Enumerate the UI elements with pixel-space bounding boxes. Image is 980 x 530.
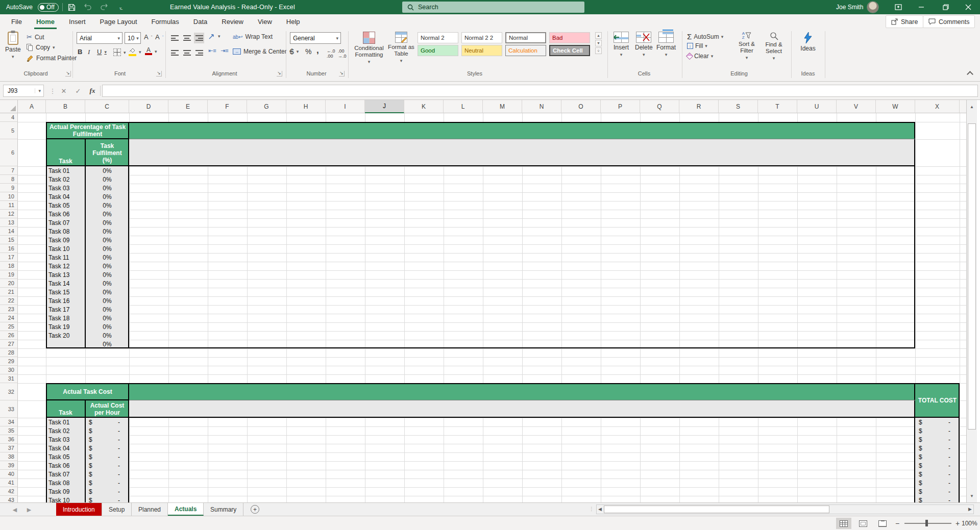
vertical-scrollbar[interactable]: ▲ ▼ <box>966 100 977 502</box>
sheet-tab-setup[interactable]: Setup <box>102 503 132 516</box>
normal-view-button[interactable] <box>836 518 851 529</box>
ribbon-tab-page-layout[interactable]: Page Layout <box>93 14 144 29</box>
cell-task-name[interactable]: Task 12 <box>46 262 85 270</box>
borders-button[interactable]: ▾ <box>113 48 126 56</box>
ribbon-tab-insert[interactable]: Insert <box>62 14 93 29</box>
scroll-down-icon[interactable]: ▼ <box>967 490 977 501</box>
cell-task-fulfilment[interactable]: 0% <box>85 270 129 279</box>
paste-button[interactable]: Paste ▾ <box>5 32 21 59</box>
align-right-button[interactable] <box>194 47 204 58</box>
row-header-42[interactable]: 42 <box>0 487 18 496</box>
column-header-E[interactable]: E <box>168 100 208 113</box>
table2-title-cell[interactable]: Actual Task Cost <box>46 383 129 400</box>
find-select-button[interactable]: Find & Select▾ <box>762 32 786 61</box>
row-header-29[interactable]: 29 <box>0 357 18 366</box>
cell-task-name[interactable]: Task 06 <box>46 210 85 218</box>
cell-total-cost[interactable]: $- <box>915 435 960 444</box>
cell-task-name[interactable]: Task 05 <box>46 201 85 210</box>
cell-task-name[interactable]: Task 19 <box>46 322 85 331</box>
customize-quick-access-icon[interactable]: ⌄̲ <box>113 0 128 14</box>
clipboard-dialog-launcher-icon[interactable]: ↘ <box>65 71 71 77</box>
cell-cost-per-hour[interactable]: $- <box>85 487 129 496</box>
cell-task-fulfilment[interactable]: 0% <box>85 244 129 253</box>
cell-task-name[interactable]: Task 01 <box>46 166 85 175</box>
column-header-D[interactable]: D <box>129 100 168 113</box>
row-header-28[interactable]: 28 <box>0 348 18 357</box>
row-header-19[interactable]: 19 <box>0 270 18 279</box>
row-header-16[interactable]: 16 <box>0 244 18 253</box>
cell-task-name[interactable]: Task 11 <box>46 253 85 262</box>
cell-style-normal[interactable]: Normal <box>505 32 546 43</box>
row-header-26[interactable]: 26 <box>0 331 18 340</box>
cell-cost-per-hour[interactable]: $- <box>85 426 129 435</box>
cell-task-name[interactable]: Task 08 <box>46 227 85 236</box>
cell-style-bad[interactable]: Bad <box>549 32 590 43</box>
italic-button[interactable]: I <box>88 48 90 56</box>
cell-task-fulfilment[interactable]: 0% <box>85 314 129 322</box>
column-header-R[interactable]: R <box>679 100 719 113</box>
redo-button[interactable] <box>96 0 112 14</box>
comments-button[interactable]: Comments <box>923 15 975 28</box>
cell-task-name[interactable]: Task 20 <box>46 331 85 340</box>
row-header-8[interactable]: 8 <box>0 175 18 184</box>
align-top-button[interactable] <box>169 33 180 43</box>
increase-indent-button[interactable]: ⇥≡ <box>220 47 229 54</box>
copy-button[interactable]: Copy▾ <box>27 44 55 51</box>
cell-task-name[interactable]: Task 18 <box>46 314 85 322</box>
increase-font-button[interactable]: Aˆ <box>144 33 152 41</box>
column-header-G[interactable]: G <box>247 100 286 113</box>
cell-task-name[interactable]: Task 10 <box>46 244 85 253</box>
row-header-38[interactable]: 38 <box>0 452 18 461</box>
column-header-P[interactable]: P <box>601 100 640 113</box>
cell-task-name[interactable]: Task 16 <box>46 296 85 305</box>
cell-task-name[interactable]: Task 10 <box>46 496 85 502</box>
row-header-40[interactable]: 40 <box>0 470 18 478</box>
align-left-button[interactable] <box>169 47 180 58</box>
column-header-K[interactable]: K <box>404 100 444 113</box>
page-layout-view-button[interactable] <box>855 518 871 529</box>
cancel-formula-button[interactable]: ✕ <box>57 85 70 97</box>
row-header-12[interactable]: 12 <box>0 210 18 218</box>
row-header-34[interactable]: 34 <box>0 418 18 426</box>
insert-function-button[interactable]: fx <box>86 85 99 97</box>
cell-task-fulfilment[interactable]: 0% <box>85 296 129 305</box>
column-header-W[interactable]: W <box>876 100 915 113</box>
cell-total-cost[interactable]: $- <box>915 487 960 496</box>
cell-style-neutral[interactable]: Neutral <box>461 45 502 56</box>
collapse-ribbon-button[interactable] <box>968 72 972 77</box>
restore-button[interactable] <box>938 0 953 14</box>
fill-color-button[interactable]: ▾ <box>129 47 141 56</box>
merge-center-button[interactable]: ↔ Merge & Center▾ <box>233 48 291 55</box>
underline-button[interactable]: U▾ <box>97 48 107 56</box>
ribbon-tab-help[interactable]: Help <box>279 14 307 29</box>
row-header-17[interactable]: 17 <box>0 253 18 262</box>
cell-task-fulfilment[interactable]: 0% <box>85 201 129 210</box>
cell-task-fulfilment[interactable]: 0% <box>85 192 129 201</box>
ribbon-tab-view[interactable]: View <box>251 14 279 29</box>
row-header-33[interactable]: 33 <box>0 400 18 418</box>
comma-style-button[interactable]: , <box>316 45 319 56</box>
accounting-format-button[interactable]: $▾ <box>290 47 299 56</box>
cell-task-name[interactable]: Task 07 <box>46 218 85 227</box>
row-header-41[interactable]: 41 <box>0 478 18 487</box>
number-format-select[interactable]: General▾ <box>290 32 341 44</box>
cell-total-cost[interactable]: $- <box>915 444 960 452</box>
column-header-A[interactable]: A <box>18 100 46 113</box>
cell-total-cost[interactable]: $- <box>915 426 960 435</box>
cell-task-name[interactable]: Task 13 <box>46 270 85 279</box>
number-dialog-launcher-icon[interactable]: ↘ <box>339 71 345 77</box>
ribbon-tab-formulas[interactable]: Formulas <box>144 14 186 29</box>
cell-task-name[interactable]: Task 05 <box>46 452 85 461</box>
row-header-32[interactable]: 32 <box>0 383 18 400</box>
ribbon-tab-file[interactable]: File <box>4 14 29 29</box>
column-header-M[interactable]: M <box>483 100 522 113</box>
minimize-button[interactable] <box>914 0 929 14</box>
share-button[interactable]: Share <box>886 15 923 28</box>
cell-task-name[interactable]: Task 08 <box>46 478 85 487</box>
row-header-24[interactable]: 24 <box>0 314 18 322</box>
sheet-tab-actuals[interactable]: Actuals <box>168 503 204 516</box>
autosave-toggle[interactable]: Off <box>34 0 59 14</box>
insert-cells-button[interactable]: Insert▾ <box>614 32 629 57</box>
cell-total-cost[interactable]: $- <box>915 496 960 502</box>
column-header-Q[interactable]: Q <box>640 100 679 113</box>
